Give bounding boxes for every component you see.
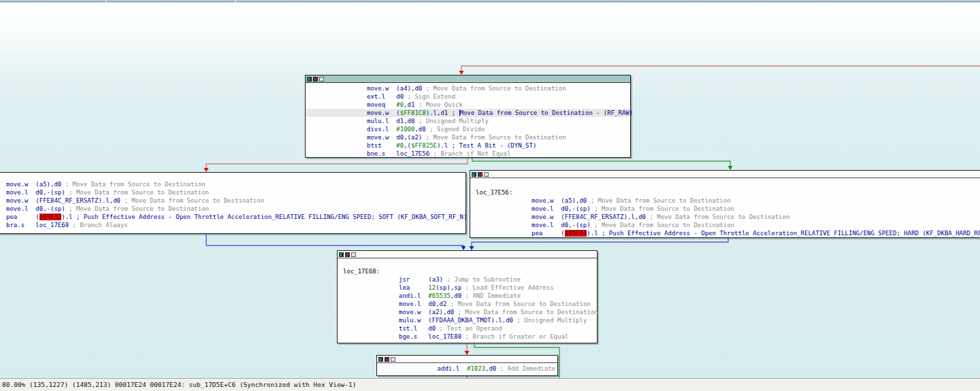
collapse-node-icon[interactable]	[307, 77, 312, 82]
asm-label[interactable]: loc_17E68:	[338, 267, 597, 275]
asm-token: move.l d0,-(sp)	[532, 205, 591, 212]
status-bar: 80.00% (135,1227) (1485,213) 00017E24 00…	[0, 378, 980, 391]
asm-line[interactable]: move.l d0,d2 ; Move Data from Source to …	[338, 300, 597, 308]
asm-token: addi.l	[438, 365, 467, 372]
node-frame-icon[interactable]	[351, 252, 356, 257]
asm-line[interactable]: move.l d0,-(sp) ; Move Data from Source …	[470, 205, 980, 213]
graph-node-sub-17d5e-entry[interactable]: move.w (a4),d0 ; Move Data from Source t…	[305, 75, 631, 158]
asm-line[interactable]: move.w d0,(a2) ; Move Data from Source t…	[306, 133, 630, 141]
asm-line[interactable]: move.l d0,-(sp) ; Move Data from Source …	[0, 188, 466, 197]
asm-line[interactable]: jsr (a3) ; Jump to Subroutine	[338, 275, 597, 284]
asm-token: ; Test an Operand	[436, 325, 502, 332]
node-frame-icon[interactable]	[484, 172, 489, 177]
asm-token: ; Move Data from Source to Destination	[422, 85, 566, 92]
asm-token: bne.s loc_17E56	[367, 150, 429, 157]
asm-token: tst.l d0	[399, 325, 436, 332]
asm-token: ; Move Data from Source to Destination	[454, 309, 598, 316]
graph-node-loc-17e68[interactable]: loc_17E68:jsr (a3) ; Jump to Subroutinel…	[337, 250, 598, 343]
pane-tab-separator	[235, 0, 236, 2]
asm-token: ; Test A Bit - (DYN_ST)	[452, 142, 537, 149]
asm-token: ; Push Effective Address - Open Throttle…	[76, 214, 467, 220]
asm-token: ext.l d0	[367, 93, 404, 100]
node-color-icon[interactable]	[345, 252, 350, 257]
node-body: loc_17E68:jsr (a3) ; Jump to Subroutinel…	[338, 258, 597, 341]
asm-token: lea	[399, 284, 428, 291]
asm-token: pea (	[6, 214, 39, 220]
asm-token: ).l,d1	[426, 109, 452, 116]
asm-token: Move Data from Source to Destination - (…	[460, 109, 634, 116]
asm-line[interactable]: mulu.l d1,d0 ; Unsigned Multiply	[306, 117, 630, 125]
asm-token: jsr (a3)	[399, 276, 443, 283]
asm-token: ; Branch if Not Equal	[429, 150, 510, 157]
asm-token: ,d1	[404, 101, 414, 108]
node-title-bar[interactable]	[377, 356, 557, 363]
asm-token: move.l d0,d2	[399, 301, 446, 307]
asm-line[interactable]: move.w (a5),d0 ; Move Data from Source t…	[470, 197, 980, 205]
asm-line[interactable]: mulu.w (FFDAAA_DKBA_TMOT).l,d0 ; Unsigne…	[338, 316, 597, 324]
asm-token: loc_17E56:	[476, 189, 512, 196]
asm-line[interactable]: moveq #0,d1 ; Move Quick	[306, 101, 630, 109]
asm-token: ,d0	[451, 292, 461, 299]
asm-token: ; Push Effective Address - Open Throttle…	[602, 230, 980, 237]
asm-line[interactable]: lea 12(sp),sp ; Load Effective Address	[338, 284, 597, 292]
asm-token: move.w (a5),d0	[532, 197, 587, 204]
asm-line[interactable]: divs.l #1000,d0 ; Signed Divide	[306, 125, 630, 133]
asm-token: ).l	[61, 214, 76, 220]
asm-token: ).l	[437, 142, 452, 149]
asm-token: 12	[428, 284, 436, 291]
asm-line[interactable]: bne.s loc_17E56 ; Branch if Not Equal	[306, 150, 630, 158]
node-title-bar[interactable]	[306, 75, 630, 83]
node-title-bar[interactable]	[338, 251, 597, 258]
asm-token: ; Jump to Subroutine	[443, 276, 521, 283]
asm-token: ; Sign Extend	[404, 93, 455, 100]
collapse-node-icon[interactable]	[339, 252, 344, 257]
asm-line[interactable]: move.w (FFE84C_RF_ERSATZ).l,d0 ; Move Da…	[470, 213, 980, 221]
asm-line[interactable]: pea ($89F64).l ; Push Effective Address …	[470, 229, 980, 237]
asm-line[interactable]: move.w (a4),d0 ; Move Data from Source t…	[306, 84, 630, 92]
node-body: addi.l #1023,d0 ; Add Immediate	[377, 363, 557, 373]
node-color-icon[interactable]	[478, 172, 483, 177]
graph-view-canvas[interactable]: move.w (a4),d0 ; Move Data from Source t…	[0, 0, 980, 391]
graph-edge-top-to-soft	[206, 158, 468, 168]
asm-token: bge.s loc_17E88	[399, 333, 461, 340]
asm-token: ; Unsigned Multiply	[414, 118, 488, 124]
asm-line[interactable]: move.l d0,-(sp) ; Move Data from Source …	[0, 205, 466, 213]
asm-line[interactable]: andi.l #65535,d0 ; AND Immediate	[338, 292, 597, 300]
asm-token: move.w (	[367, 109, 400, 116]
asm-token: ; Move Data from Source to Destination	[591, 222, 734, 228]
asm-token: ; Move Data from Source to Destination	[65, 189, 209, 196]
asm-line[interactable]: tst.l d0 ; Test an Operand	[338, 324, 597, 333]
asm-line[interactable]: bra.s loc_17E68 ; Branch Always	[0, 221, 466, 229]
node-color-icon[interactable]	[313, 77, 318, 82]
asm-line[interactable]: pea ($89F32).l ; Push Effective Address …	[0, 213, 466, 221]
asm-line[interactable]: move.w (FFE84C_RF_ERSATZ).l,d0 ; Move Da…	[0, 197, 466, 205]
collapse-node-icon[interactable]	[378, 357, 383, 362]
asm-token: moveq	[367, 101, 396, 108]
asm-line[interactable]: ext.l d0 ; Sign Extend	[306, 92, 630, 101]
node-color-icon[interactable]	[385, 357, 389, 362]
collapse-node-icon[interactable]	[472, 172, 476, 177]
graph-node-soft-branch[interactable]: move.w (a5),d0 ; Move Data from Source t…	[0, 172, 466, 234]
graph-node-addi-block[interactable]: addi.l #1023,d0 ; Add Immediate	[376, 355, 558, 376]
node-body: move.w (a4),d0 ; Move Data from Source t…	[306, 83, 630, 158]
asm-label[interactable]: loc_17E56:	[470, 188, 980, 197]
node-frame-icon[interactable]	[319, 77, 324, 82]
asm-token: ,d0	[485, 365, 500, 372]
asm-token: #0	[396, 142, 404, 149]
asm-token: mulu.l d1,d0	[367, 118, 414, 124]
asm-line[interactable]: move.w ($FF81C8).l,d1 ; Move Data from S…	[306, 109, 630, 117]
graph-node-loc-17e56[interactable]: loc_17E56:move.w (a5),d0 ; Move Data fro…	[470, 170, 980, 238]
graph-edge-entry-to-top	[461, 66, 980, 71]
asm-line[interactable]: move.w (a2),d0 ; Move Data from Source t…	[338, 308, 597, 316]
node-title-bar[interactable]	[470, 171, 980, 178]
asm-line[interactable]: btst #0,($FF825E).l ; Test A Bit - (DYN_…	[306, 141, 630, 150]
asm-token: ;	[452, 109, 459, 116]
node-frame-icon[interactable]	[391, 357, 395, 362]
asm-token: andi.l	[399, 292, 428, 299]
asm-token: bra.s loc_17E68	[6, 222, 69, 228]
asm-line[interactable]: move.w (a5),d0 ; Move Data from Source t…	[0, 180, 466, 188]
asm-token: ; Signed Divide	[426, 126, 485, 133]
asm-line[interactable]: bge.s loc_17E88 ; Branch if Greater or E…	[338, 333, 597, 341]
asm-line[interactable]: addi.l #1023,d0 ; Add Immediate	[377, 364, 557, 373]
asm-line[interactable]: move.l d0,-(sp) ; Move Data from Source …	[470, 221, 980, 229]
